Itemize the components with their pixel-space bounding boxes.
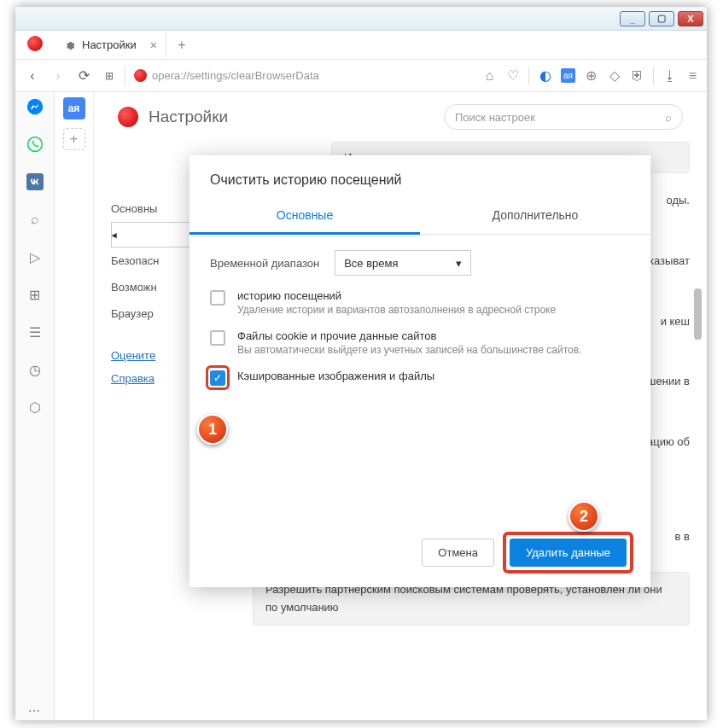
maximize-button[interactable]: ▢: [649, 11, 674, 26]
translate-icon[interactable]: aя: [561, 68, 575, 83]
tab-label: Настройки: [82, 38, 137, 51]
menu-icon[interactable]: ≡: [685, 68, 700, 83]
titlebar: _ ▢ X: [15, 7, 707, 31]
opera-logo-icon: [27, 36, 43, 51]
tab-settings[interactable]: Настройки ×: [55, 32, 166, 58]
messenger-icon[interactable]: [26, 97, 44, 116]
vpn-icon[interactable]: ◐: [538, 68, 552, 83]
tab-basic[interactable]: Основные: [189, 198, 420, 235]
search-icon[interactable]: ⌕: [26, 210, 44, 229]
toolbar-icons: ⌂ ♡ ◐ aя ⊕ ◇ ⛨ ⭳ ≡: [482, 67, 700, 85]
address-bar: ‹ › ⟳ ⊞ opera://settings/clearBrowserDat…: [15, 60, 707, 92]
camera-icon[interactable]: ⌂: [482, 68, 497, 83]
scrollbar[interactable]: [694, 288, 702, 340]
add-card-button[interactable]: +: [63, 128, 85, 150]
checkbox-cache[interactable]: ✓: [210, 370, 225, 386]
site-icon: [134, 69, 147, 82]
dialog-tabs: Основные Дополнительно: [189, 198, 650, 235]
time-range-value: Все время: [344, 257, 398, 270]
url-text: opera://settings/clearBrowserData: [152, 69, 319, 82]
new-tab-button[interactable]: +: [172, 35, 192, 55]
dialog-title: Очистить историю посещений: [189, 155, 650, 198]
checkbox-history[interactable]: [210, 290, 225, 306]
tab-strip: Настройки × +: [15, 31, 707, 60]
gear-icon: [63, 39, 75, 51]
search-placeholder: Поиск настроек: [455, 111, 535, 124]
history-title: историю посещений: [237, 289, 556, 302]
bookmark-icon[interactable]: ♡: [505, 68, 520, 83]
forward-button[interactable]: ›: [48, 66, 68, 86]
history-subtitle: Удаление истории и вариантов автозаполне…: [237, 304, 556, 316]
url-field[interactable]: opera://settings/clearBrowserData: [131, 69, 477, 82]
time-range-select[interactable]: Все время ▾: [335, 250, 471, 276]
sidebar-more-icon[interactable]: ⋯: [26, 702, 44, 720]
speed-dial-icon[interactable]: ⊞: [26, 285, 44, 304]
dialog-footer: Отмена Удалить данные: [422, 532, 633, 574]
tab-advanced[interactable]: Дополнительно: [420, 198, 650, 234]
extensions-icon[interactable]: ⬡: [26, 398, 44, 416]
chevron-down-icon: ▾: [456, 257, 462, 270]
search-icon: ⌕: [665, 111, 672, 124]
highlight-marker-2: Удалить данные: [503, 532, 633, 574]
minimize-button[interactable]: _: [620, 11, 645, 26]
speed-dial-button[interactable]: ⊞: [99, 66, 120, 86]
opera-logo-icon: [118, 107, 138, 127]
globe-icon[interactable]: ⊕: [584, 68, 598, 83]
crypto-icon[interactable]: ◇: [607, 68, 621, 83]
checkbox-cookies[interactable]: [210, 330, 225, 346]
cancel-button[interactable]: Отмена: [422, 539, 494, 567]
time-range-label: Временной диапазон: [210, 257, 319, 270]
close-button[interactable]: X: [678, 11, 703, 26]
tab-close-icon[interactable]: ×: [150, 38, 157, 52]
annotation-marker-2: 2: [568, 501, 599, 532]
clear-data-button[interactable]: Удалить данные: [510, 539, 627, 567]
download-icon[interactable]: ⭳: [662, 68, 677, 83]
flow-icon[interactable]: ▷: [26, 248, 44, 266]
cache-title: Кэшированные изображения и файлы: [237, 370, 434, 382]
window-frame: _ ▢ X Настройки × + ‹ › ⟳ ⊞ opera://sett…: [15, 7, 707, 720]
page-title: Настройки: [149, 108, 228, 126]
annotation-marker-1: 1: [197, 414, 228, 445]
history-icon[interactable]: ◷: [26, 360, 44, 379]
news-icon[interactable]: ☰: [26, 323, 44, 341]
page-header: Настройки Поиск настроек ⌕: [94, 92, 707, 142]
svg-point-1: [27, 137, 42, 152]
vk-icon[interactable]: [26, 172, 44, 191]
highlight-marker-1: ✓: [206, 365, 230, 390]
search-settings-input[interactable]: Поиск настроек ⌕: [444, 104, 683, 130]
back-button[interactable]: ‹: [22, 66, 43, 86]
sidebar: ⌕ ▷ ⊞ ☰ ◷ ⬡ ⋯: [15, 92, 55, 720]
cookies-subtitle: Вы автоматически выйдете из учетных запи…: [237, 344, 581, 356]
pinboard-column: aя +: [55, 92, 94, 720]
translate-card[interactable]: aя: [63, 97, 85, 119]
shield-icon[interactable]: ⛨: [630, 68, 644, 83]
cookies-title: Файлы cookie и прочие данные сайтов: [237, 329, 581, 342]
whatsapp-icon[interactable]: [26, 135, 44, 154]
reload-button[interactable]: ⟳: [73, 66, 94, 86]
